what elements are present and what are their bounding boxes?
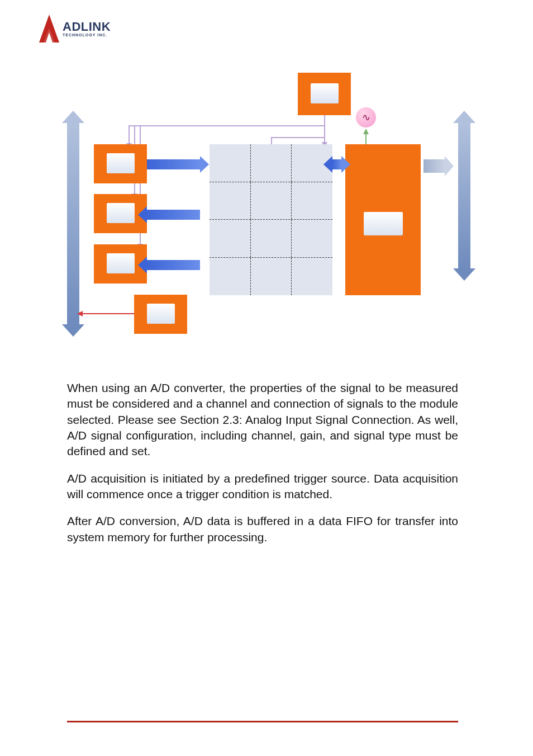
paragraph: When using an A/D converter, the propert… bbox=[67, 380, 458, 460]
interrupt-line bbox=[82, 313, 134, 314]
clock-line bbox=[365, 134, 367, 144]
control-line bbox=[324, 115, 325, 144]
analog-in-arrow-icon bbox=[423, 159, 445, 173]
arrow-up-icon bbox=[363, 129, 369, 134]
data-arrow-icon bbox=[147, 159, 200, 169]
logo-name: ADLINK bbox=[63, 21, 111, 33]
logo-text: ADLINK TECHNOLOGY INC. bbox=[63, 21, 111, 37]
paragraph: A/D acquisition is initiated by a predef… bbox=[67, 471, 458, 503]
arrow-left-icon bbox=[77, 311, 83, 316]
footer-rule bbox=[67, 721, 458, 722]
block-diagram: ∿ bbox=[67, 73, 480, 341]
interrupt-block bbox=[134, 295, 187, 334]
fifo-block bbox=[94, 144, 147, 183]
logo-mark-icon bbox=[39, 15, 59, 42]
page: ADLINK TECHNOLOGY INC. bbox=[0, 0, 533, 756]
control-line bbox=[129, 125, 130, 144]
trigger-block bbox=[298, 73, 351, 115]
adc-block bbox=[345, 144, 421, 295]
bus-right-arrow-icon bbox=[458, 123, 470, 268]
brand-logo: ADLINK TECHNOLOGY INC. bbox=[39, 15, 111, 42]
control-line bbox=[271, 137, 324, 138]
logo-sub: TECHNOLOGY INC. bbox=[63, 33, 111, 37]
switch-matrix bbox=[210, 144, 332, 295]
control-line bbox=[129, 125, 324, 126]
data-arrow-icon bbox=[332, 159, 341, 169]
oscillator-icon: ∿ bbox=[356, 107, 376, 127]
data-arrow-icon bbox=[147, 260, 200, 270]
data-arrow-icon bbox=[147, 210, 200, 220]
bus-left-arrow-icon bbox=[67, 123, 79, 324]
body-text: When using an A/D converter, the propert… bbox=[67, 380, 458, 556]
control-line bbox=[271, 137, 272, 144]
paragraph: After A/D conversion, A/D data is buffer… bbox=[67, 513, 458, 545]
